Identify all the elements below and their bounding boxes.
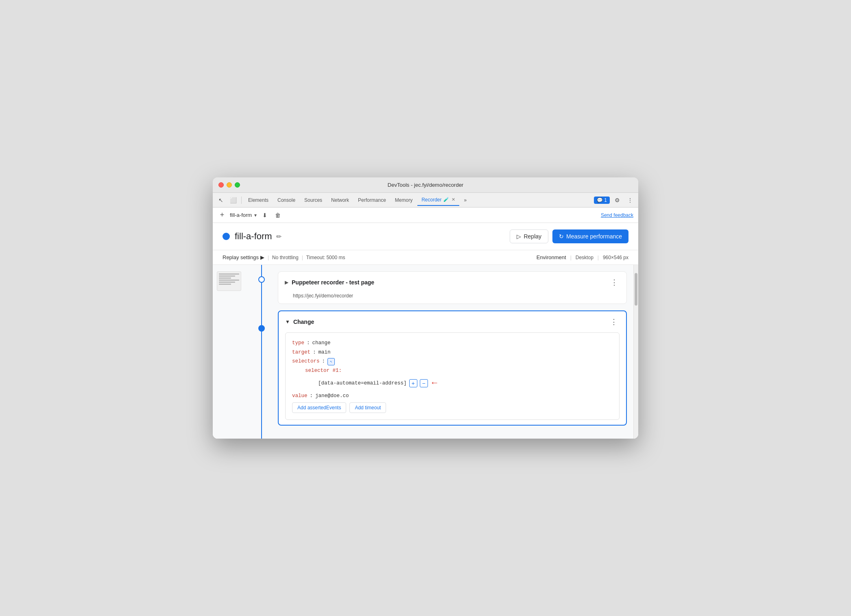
environment-label: Environment <box>537 254 566 260</box>
step-2-more-icon[interactable]: ⋮ <box>608 316 620 328</box>
settings-divider-2: | <box>302 255 303 260</box>
replay-button[interactable]: ▷ Replay <box>510 229 548 243</box>
add-recording-button[interactable]: + <box>218 211 227 220</box>
chat-badge[interactable]: 💬 1 <box>594 197 610 204</box>
chat-count: 1 <box>604 197 607 203</box>
page-thumbnail <box>217 271 241 291</box>
export-button[interactable]: ⬇ <box>260 210 270 220</box>
code-selector-num-line: selector #1: <box>292 366 613 376</box>
close-button[interactable] <box>218 182 224 188</box>
step-2-title: Change <box>293 319 314 325</box>
timeline-dot-1 <box>258 276 265 283</box>
content-area: fill-a-form ✏ ▷ Replay ↻ Measure perform… <box>213 223 638 438</box>
code-type-val: change <box>312 339 331 348</box>
code-type-colon: : <box>307 339 310 348</box>
thumb-line-1 <box>219 273 239 275</box>
tab-recorder[interactable]: Recorder 🧪 ✕ <box>417 194 459 206</box>
timeout-value: Timeout: 5000 ms <box>306 255 345 260</box>
chat-icon: 💬 <box>597 197 603 203</box>
window-title: DevTools - jec.fyi/demo/recorder <box>388 182 463 188</box>
code-selector-value: [data-automate=email-address] <box>318 379 407 388</box>
environment-size: 960×546 px <box>603 255 628 260</box>
selector-picker-icon[interactable]: ↖ <box>327 358 335 365</box>
replay-settings-bar: Replay settings ▶ | No throttling | Time… <box>213 250 638 265</box>
step-1-expand-icon: ▶ <box>285 280 288 285</box>
recorder-toolbar: + fill-a-form ▾ ⬇ 🗑 Send feedback <box>213 208 638 223</box>
tab-sources[interactable]: Sources <box>300 194 326 206</box>
thumbnail-area <box>213 265 245 438</box>
code-value-colon: : <box>310 391 313 401</box>
devtools-tab-bar: ↖ ⬜ Elements Console Sources Network Per… <box>213 193 638 208</box>
settings-left: Replay settings ▶ | No throttling | Time… <box>223 254 345 260</box>
send-feedback-button[interactable]: Send feedback <box>601 212 633 218</box>
thumb-line-4 <box>219 280 239 281</box>
step-navigate-header[interactable]: ▶ Puppeteer recorder - test page ⋮ <box>278 272 626 293</box>
remove-selector-button[interactable]: − <box>420 379 428 387</box>
tab-elements[interactable]: Elements <box>244 194 273 206</box>
cursor-icon[interactable]: ↖ <box>215 194 227 206</box>
step-change-code: type : change target : main selectors <box>285 332 620 419</box>
step-navigate: ▶ Puppeteer recorder - test page ⋮ https… <box>278 271 627 304</box>
recording-selector[interactable]: fill-a-form ▾ <box>230 212 257 218</box>
maximize-button[interactable] <box>235 182 240 188</box>
recording-name: fill-a-form <box>230 212 252 218</box>
add-timeout-button[interactable]: Add timeout <box>349 402 386 413</box>
measure-performance-button[interactable]: ↻ Measure performance <box>552 229 628 243</box>
step-1-url: https://jec.fyi/demo/recorder <box>278 293 626 304</box>
step-1-title: Puppeteer recorder - test page <box>292 279 374 286</box>
code-selector-value-line: [data-automate=email-address] + − ← <box>292 375 613 391</box>
scrollbar[interactable] <box>633 265 638 438</box>
header-actions: ▷ Replay ↻ Measure performance <box>510 229 628 243</box>
code-selectors-colon: : <box>322 357 325 366</box>
replay-label: Replay <box>524 233 541 240</box>
devtools-right-actions: 💬 1 ⚙ ⋮ <box>594 194 636 206</box>
code-selector-num: selector #1: <box>305 366 342 376</box>
code-target-colon: : <box>313 348 316 357</box>
measure-label: Measure performance <box>566 233 622 240</box>
thumb-line-5 <box>219 282 235 283</box>
add-asserted-events-button[interactable]: Add assertedEvents <box>292 402 346 413</box>
tab-more[interactable]: » <box>460 194 471 206</box>
timeline-column <box>245 265 278 438</box>
timeline-dot-2 <box>258 325 265 332</box>
delete-button[interactable]: 🗑 <box>273 210 283 220</box>
add-selector-button[interactable]: + <box>409 379 417 387</box>
code-value-key: value <box>292 391 308 401</box>
tab-performance[interactable]: Performance <box>354 194 390 206</box>
title-bar: DevTools - jec.fyi/demo/recorder <box>213 177 638 193</box>
replay-settings-label[interactable]: Replay settings ▶ <box>223 254 264 260</box>
recording-status-dot <box>223 233 230 240</box>
recording-header: fill-a-form ✏ ▷ Replay ↻ Measure perform… <box>213 223 638 250</box>
code-actions: Add assertedEvents Add timeout <box>292 401 613 414</box>
scroll-thumb[interactable] <box>635 273 637 306</box>
settings-icon[interactable]: ⚙ <box>611 194 623 206</box>
traffic-lights <box>218 182 240 188</box>
devtools-window: DevTools - jec.fyi/demo/recorder ↖ ⬜ Ele… <box>213 177 638 438</box>
dropdown-icon: ▾ <box>254 212 257 218</box>
env-divider: | <box>570 255 572 260</box>
tab-memory[interactable]: Memory <box>391 194 417 206</box>
environment-desktop: Desktop <box>576 255 594 260</box>
code-selectors-key: selectors <box>292 357 320 366</box>
steps-area: ▶ Puppeteer recorder - test page ⋮ https… <box>213 265 638 438</box>
settings-divider: | <box>268 255 269 260</box>
step-change: ▼ Change ⋮ type : change <box>278 310 627 425</box>
minimize-button[interactable] <box>227 182 232 188</box>
more-icon[interactable]: ⋮ <box>624 194 636 206</box>
code-value-val: jane@doe.co <box>315 391 349 401</box>
code-selectors-line: selectors : ↖ <box>292 357 613 366</box>
tab-network[interactable]: Network <box>327 194 353 206</box>
edit-title-icon[interactable]: ✏ <box>276 233 281 240</box>
step-2-expand-icon: ▼ <box>285 319 290 325</box>
device-icon[interactable]: ⬜ <box>227 194 239 206</box>
code-target-line: target : main <box>292 348 613 357</box>
env-divider-2: | <box>598 255 599 260</box>
tab-console[interactable]: Console <box>273 194 299 206</box>
measure-icon: ↻ <box>559 233 564 240</box>
step-change-header[interactable]: ▼ Change ⋮ <box>279 311 626 332</box>
step-1-more-icon[interactable]: ⋮ <box>609 277 620 288</box>
replay-icon: ▷ <box>517 233 521 240</box>
code-target-val: main <box>319 348 331 357</box>
settings-right: Environment | Desktop | 960×546 px <box>537 254 628 260</box>
timeline-line <box>261 265 262 438</box>
